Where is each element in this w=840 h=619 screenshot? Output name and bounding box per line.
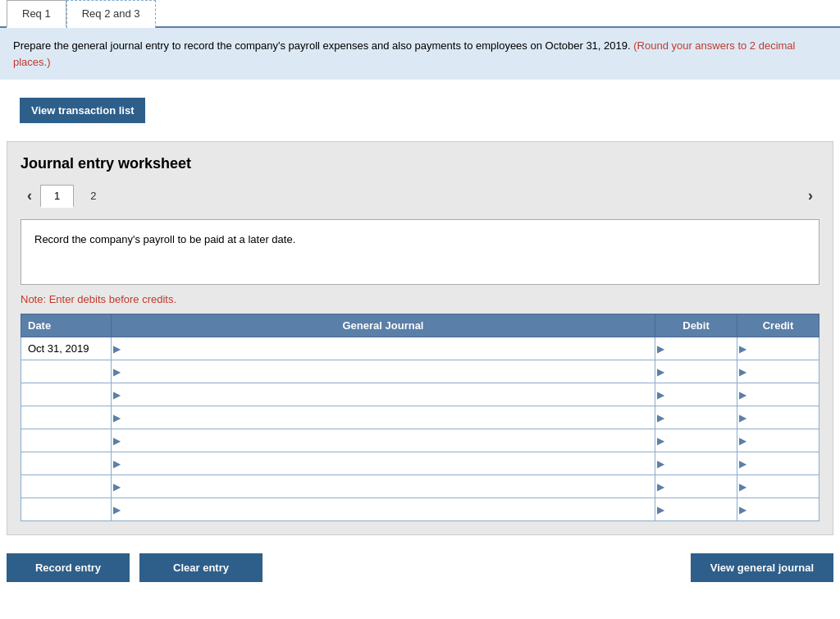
tab-req2and3[interactable]: Req 2 and 3 <box>66 0 156 28</box>
arrow-icon-6: ▶ <box>113 481 121 493</box>
credit-input-3[interactable] <box>749 411 800 424</box>
gj-cell-4[interactable]: ▶ <box>112 429 655 452</box>
debit-input-4[interactable] <box>667 434 718 447</box>
arrow-icon-4: ▶ <box>113 435 121 447</box>
credit-cell-5[interactable]: ▶ <box>737 452 819 475</box>
table-row: ▶ ▶ ▶ <box>21 429 819 452</box>
debit-cell-7[interactable]: ▶ <box>655 498 737 521</box>
date-cell-1 <box>21 360 112 383</box>
credit-arrow-7: ▶ <box>739 504 746 516</box>
date-cell-4 <box>21 429 112 452</box>
page-tab-1[interactable]: 1 <box>40 185 74 208</box>
table-row: ▶ ▶ ▶ <box>21 498 819 521</box>
table-row: ▶ ▶ ▶ <box>21 452 819 475</box>
debit-cell-1[interactable]: ▶ <box>655 360 737 383</box>
gj-cell-1[interactable]: ▶ <box>112 360 655 383</box>
debit-cell-0[interactable]: ▶ <box>655 337 737 360</box>
date-cell-7 <box>21 498 112 521</box>
credit-input-6[interactable] <box>749 480 800 493</box>
gj-input-3[interactable] <box>125 411 596 424</box>
debit-cell-5[interactable]: ▶ <box>655 452 737 475</box>
col-header-date: Date <box>21 314 112 337</box>
worksheet-container: Journal entry worksheet ‹ 1 2 › Record t… <box>7 141 833 535</box>
clear-entry-button[interactable]: Clear entry <box>139 553 262 582</box>
credit-cell-4[interactable]: ▶ <box>737 429 819 452</box>
next-page-button[interactable]: › <box>801 184 819 208</box>
gj-input-5[interactable] <box>125 457 596 470</box>
debit-input-0[interactable] <box>667 342 718 355</box>
journal-table: Date General Journal Debit Credit Oct 31… <box>21 314 819 521</box>
instructions-text: Prepare the general journal entry to rec… <box>13 39 631 52</box>
date-cell-6 <box>21 475 112 498</box>
view-transaction-button[interactable]: View transaction list <box>20 98 145 123</box>
credit-cell-0[interactable]: ▶ <box>737 337 819 360</box>
gj-input-7[interactable] <box>125 503 596 516</box>
gj-cell-7[interactable]: ▶ <box>112 498 655 521</box>
debit-input-5[interactable] <box>667 457 718 470</box>
table-row: ▶ ▶ ▶ <box>21 383 819 406</box>
arrow-icon-5: ▶ <box>113 458 121 470</box>
gj-cell-2[interactable]: ▶ <box>112 383 655 406</box>
credit-arrow-5: ▶ <box>739 458 746 470</box>
instructions-panel: Prepare the general journal entry to rec… <box>0 28 840 80</box>
credit-cell-1[interactable]: ▶ <box>737 360 819 383</box>
record-entry-button[interactable]: Record entry <box>7 553 130 582</box>
credit-input-5[interactable] <box>749 457 800 470</box>
gj-cell-6[interactable]: ▶ <box>112 475 655 498</box>
date-cell-5 <box>21 452 112 475</box>
credit-cell-3[interactable]: ▶ <box>737 406 819 429</box>
credit-input-0[interactable] <box>749 342 800 355</box>
gj-input-2[interactable] <box>125 388 596 401</box>
credit-cell-6[interactable]: ▶ <box>737 475 819 498</box>
table-row: ▶ ▶ ▶ <box>21 360 819 383</box>
debit-arrow-5: ▶ <box>657 458 664 470</box>
credit-cell-2[interactable]: ▶ <box>737 383 819 406</box>
col-header-credit: Credit <box>737 314 819 337</box>
bottom-buttons: Record entry Clear entry View general jo… <box>0 545 840 590</box>
debit-cell-2[interactable]: ▶ <box>655 383 737 406</box>
tabs-bar: Req 1 Req 2 and 3 <box>0 0 840 28</box>
arrow-icon-3: ▶ <box>113 412 121 424</box>
table-row: ▶ ▶ ▶ <box>21 406 819 429</box>
debit-input-2[interactable] <box>667 388 718 401</box>
gj-input-0[interactable] <box>125 342 596 355</box>
debit-arrow-0: ▶ <box>657 343 664 355</box>
debit-arrow-7: ▶ <box>657 504 664 516</box>
credit-arrow-6: ▶ <box>739 481 746 493</box>
debit-input-3[interactable] <box>667 411 718 424</box>
gj-input-6[interactable] <box>125 480 596 493</box>
debit-cell-6[interactable]: ▶ <box>655 475 737 498</box>
debit-cell-3[interactable]: ▶ <box>655 406 737 429</box>
credit-input-2[interactable] <box>749 388 800 401</box>
date-cell-3 <box>21 406 112 429</box>
credit-input-1[interactable] <box>749 365 800 378</box>
debit-input-1[interactable] <box>667 365 718 378</box>
credit-input-4[interactable] <box>749 434 800 447</box>
credit-arrow-4: ▶ <box>739 435 746 447</box>
nav-row: ‹ 1 2 › <box>21 184 819 208</box>
credit-cell-7[interactable]: ▶ <box>737 498 819 521</box>
view-general-journal-button[interactable]: View general journal <box>691 553 833 582</box>
arrow-icon-7: ▶ <box>113 504 121 516</box>
prev-page-button[interactable]: ‹ <box>21 184 39 208</box>
arrow-icon-1: ▶ <box>113 366 121 378</box>
page-tab-2[interactable]: 2 <box>77 186 109 206</box>
debit-arrow-1: ▶ <box>657 366 664 378</box>
description-box: Record the company's payroll to be paid … <box>21 219 819 285</box>
debit-cell-4[interactable]: ▶ <box>655 429 737 452</box>
credit-input-7[interactable] <box>749 503 800 516</box>
tab-req1[interactable]: Req 1 <box>7 0 66 28</box>
gj-cell-3[interactable]: ▶ <box>112 406 655 429</box>
credit-arrow-2: ▶ <box>739 389 746 401</box>
debit-arrow-4: ▶ <box>657 435 664 447</box>
gj-input-4[interactable] <box>125 434 596 447</box>
arrow-icon-0: ▶ <box>113 343 121 355</box>
debit-input-7[interactable] <box>667 503 718 516</box>
gj-cell-0[interactable]: ▶ <box>112 337 655 360</box>
date-cell-0: Oct 31, 2019 <box>21 337 112 360</box>
credit-arrow-0: ▶ <box>739 343 746 355</box>
gj-input-1[interactable] <box>125 365 596 378</box>
debit-input-6[interactable] <box>667 480 718 493</box>
debit-arrow-3: ▶ <box>657 412 664 424</box>
gj-cell-5[interactable]: ▶ <box>112 452 655 475</box>
